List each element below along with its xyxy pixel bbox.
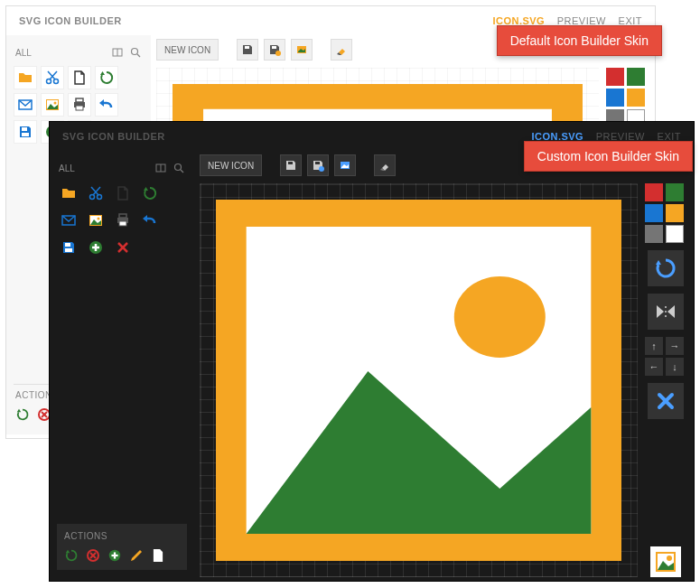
collapse-icon[interactable]: [154, 162, 167, 174]
icon-palette: [57, 182, 187, 259]
sidebar: ALL ACTIONS: [50, 151, 194, 577]
nudge-left[interactable]: ←: [645, 358, 663, 376]
action-document[interactable]: [151, 548, 165, 563]
refresh-icon[interactable]: [138, 182, 162, 205]
swatch[interactable]: [645, 225, 663, 243]
svg-rect-56: [119, 221, 126, 226]
save-as-button[interactable]: [307, 154, 329, 176]
swatch[interactable]: [645, 183, 663, 201]
search-icon[interactable]: [129, 46, 142, 59]
svg-point-42: [175, 164, 182, 171]
app-title: SVG ICON BUILDER: [62, 131, 165, 142]
svg-point-52: [98, 218, 100, 220]
svg-rect-18: [22, 127, 27, 131]
swatch[interactable]: [666, 225, 684, 243]
svg-line-43: [181, 170, 183, 173]
svg-marker-25: [17, 409, 21, 413]
action-delete[interactable]: [86, 548, 100, 563]
swatch[interactable]: [666, 183, 684, 201]
color-swatches: [606, 68, 648, 127]
swatch[interactable]: [645, 204, 663, 222]
app-title: SVG ICON BUILDER: [19, 15, 122, 26]
svg-marker-72: [131, 550, 142, 561]
svg-marker-85: [657, 305, 664, 318]
clear-button[interactable]: [648, 383, 684, 419]
svg-marker-84: [656, 260, 661, 265]
svg-rect-73: [288, 162, 293, 164]
svg-point-94: [667, 555, 672, 561]
save-icon[interactable]: [14, 120, 37, 144]
svg-rect-54: [119, 214, 126, 218]
export-button[interactable]: [334, 154, 356, 176]
canvas[interactable]: [200, 183, 638, 577]
plus-icon[interactable]: [84, 236, 107, 259]
action-plus[interactable]: [107, 548, 122, 563]
swatch[interactable]: [606, 89, 624, 107]
export-button[interactable]: [291, 39, 313, 61]
swatch[interactable]: [627, 68, 645, 86]
undo-icon[interactable]: [138, 209, 162, 232]
collapse-icon[interactable]: [111, 46, 124, 59]
svg-point-88: [665, 311, 667, 313]
eraser-button[interactable]: [374, 154, 396, 176]
nudge-up[interactable]: ↑: [645, 337, 663, 355]
image-icon[interactable]: [41, 93, 64, 117]
new-icon-button[interactable]: NEW ICON: [200, 154, 262, 176]
svg-rect-30: [272, 46, 276, 49]
folder-icon[interactable]: [57, 182, 80, 205]
image-icon[interactable]: [84, 209, 107, 232]
svg-marker-8: [100, 71, 105, 75]
folder-icon[interactable]: [14, 66, 37, 89]
preview-thumbnail[interactable]: [650, 546, 681, 577]
svg-marker-57: [143, 215, 147, 222]
undo-icon[interactable]: [95, 93, 118, 117]
svg-rect-29: [245, 46, 249, 49]
right-panel: ↑ → ← ↓: [638, 183, 688, 577]
action-refresh[interactable]: [15, 407, 30, 422]
nudge-controls: ↑ → ← ↓: [645, 337, 686, 376]
rotate-button[interactable]: [648, 250, 684, 286]
action-edit[interactable]: [129, 548, 144, 563]
svg-point-12: [54, 102, 57, 105]
nudge-right[interactable]: →: [666, 337, 684, 355]
mail-icon[interactable]: [57, 209, 80, 232]
actions-panel: ACTIONS: [57, 524, 187, 570]
artwork-image-icon: [216, 200, 621, 561]
close-icon[interactable]: [111, 236, 135, 259]
svg-rect-19: [22, 133, 29, 136]
document-icon[interactable]: [111, 182, 135, 205]
new-icon-button[interactable]: NEW ICON: [156, 39, 219, 61]
save-as-button[interactable]: [264, 39, 285, 61]
save-button[interactable]: [280, 154, 302, 176]
svg-marker-17: [99, 99, 104, 107]
cut-icon[interactable]: [41, 66, 64, 89]
action-refresh[interactable]: [64, 548, 79, 563]
svg-rect-74: [315, 162, 320, 164]
svg-point-89: [665, 315, 667, 317]
svg-point-82: [454, 276, 546, 358]
save-button[interactable]: [237, 39, 258, 61]
svg-marker-65: [66, 550, 70, 554]
svg-marker-86: [667, 305, 675, 318]
nudge-down[interactable]: ↓: [666, 358, 684, 376]
sidebar-header: ALL: [15, 48, 32, 58]
print-icon[interactable]: [111, 209, 135, 232]
print-icon[interactable]: [68, 93, 91, 117]
cut-icon[interactable]: [84, 182, 107, 205]
mirror-button[interactable]: [648, 294, 684, 330]
mail-icon[interactable]: [14, 93, 37, 117]
icon-builder-custom-window: SVG ICON BUILDER ICON.SVG PREVIEW EXIT A…: [49, 121, 695, 582]
document-icon[interactable]: [68, 66, 91, 89]
save-icon[interactable]: [57, 236, 80, 259]
swatch[interactable]: [627, 89, 645, 107]
badge-default-skin: Default Icon Builder Skin: [497, 25, 662, 56]
badge-custom-skin: Custom Icon Builder Skin: [524, 141, 693, 172]
refresh-icon[interactable]: [95, 66, 118, 89]
search-icon[interactable]: [173, 162, 185, 174]
sidebar-header: ALL: [59, 163, 75, 173]
eraser-button[interactable]: [331, 39, 352, 61]
color-swatches: [645, 183, 686, 243]
swatch[interactable]: [666, 204, 684, 222]
swatch[interactable]: [606, 68, 624, 86]
svg-rect-58: [65, 243, 70, 247]
